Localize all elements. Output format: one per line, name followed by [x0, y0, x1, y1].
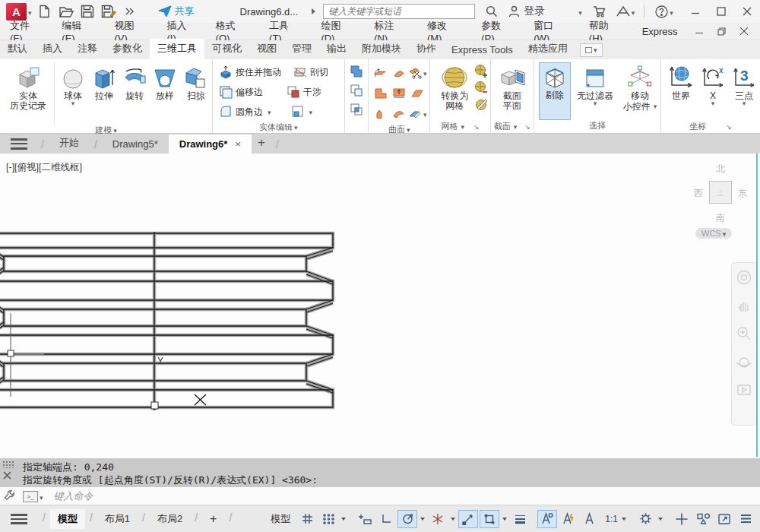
loft-button[interactable]: 放样 — [150, 62, 180, 125]
mesh-smooth-less-icon[interactable] — [474, 81, 489, 94]
surface-plane-icon[interactable] — [410, 88, 424, 99]
open-file-icon[interactable] — [58, 3, 74, 20]
panel-label-coordinates[interactable]: 坐标 — [661, 120, 760, 133]
tab-express-tools[interactable]: Express Tools — [444, 41, 521, 59]
viewcube-top-face[interactable]: 上 — [709, 181, 732, 204]
help-caret-icon[interactable] — [668, 6, 673, 17]
maximize-button[interactable] — [708, 0, 734, 23]
nav-orbit-icon[interactable] — [736, 354, 752, 371]
app-menu-caret-icon[interactable] — [27, 6, 32, 17]
close-button[interactable] — [734, 0, 760, 23]
convert-to-mesh-button[interactable]: 转换为 网格 — [435, 62, 474, 120]
login-button[interactable]: 登录 — [508, 5, 545, 18]
new-layout-button[interactable]: + — [202, 509, 224, 529]
viewcube-east[interactable]: 东 — [738, 187, 747, 200]
command-customize-icon[interactable] — [4, 489, 15, 503]
surface-fillet-icon[interactable] — [374, 87, 388, 100]
world-ucs-button[interactable]: 世界 — [664, 62, 698, 120]
login-caret-icon[interactable] — [577, 6, 582, 17]
tab-manage[interactable]: 管理 — [284, 39, 319, 59]
crosshair-clean-screen-icon[interactable] — [672, 510, 692, 528]
model-tab[interactable]: 模型 — [50, 509, 85, 529]
command-recent-caret-icon[interactable] — [38, 491, 43, 502]
isolate-objects-icon[interactable] — [693, 510, 713, 528]
command-drag-handle-icon[interactable] — [2, 461, 14, 468]
osnap-toggle-icon[interactable] — [480, 510, 499, 528]
ucs-x-caret-icon[interactable] — [711, 101, 715, 106]
doc-close-button[interactable] — [733, 24, 755, 39]
tab-view[interactable]: 视图 — [249, 39, 284, 59]
tab-output[interactable]: 输出 — [319, 39, 354, 59]
save-as-icon[interactable] — [100, 3, 117, 20]
revolve-button[interactable]: 旋转 — [119, 62, 150, 125]
sphere-button[interactable]: 球体 — [57, 62, 89, 125]
viewcube-north[interactable]: 北 — [716, 163, 725, 176]
file-tabs-menu-icon[interactable] — [11, 138, 27, 150]
doc-restore-button[interactable] — [710, 24, 733, 39]
nav-showmotion-icon[interactable] — [736, 383, 752, 397]
hardware-acceleration-icon[interactable] — [714, 510, 734, 528]
viewport-minimize-control[interactable]: [-] — [6, 162, 14, 173]
isodraft-icon[interactable] — [428, 510, 448, 528]
ortho-toggle-icon[interactable] — [376, 510, 396, 528]
doc-minimize-button[interactable] — [688, 24, 711, 39]
fillet-edge-label[interactable]: 圆角边 — [236, 106, 263, 119]
mesh-dialog-launcher-icon[interactable] — [473, 121, 480, 133]
fillet-edge-caret-icon[interactable] — [266, 106, 271, 117]
surface-erase-button[interactable] — [408, 108, 427, 119]
ucs-x-button[interactable]: x X — [699, 62, 727, 120]
no-filter-caret-icon[interactable] — [594, 101, 597, 106]
annotation-autoscale-icon[interactable] — [559, 510, 578, 528]
lineweight-toggle-icon[interactable] — [510, 510, 530, 528]
offset-edge-label[interactable]: 偏移边 — [236, 86, 263, 99]
extrude-button[interactable]: 拉伸 — [89, 62, 119, 125]
model-space-toggle[interactable]: 模型 — [264, 510, 296, 528]
osnap-tracking-icon[interactable] — [458, 510, 478, 528]
section-dialog-launcher-icon[interactable] — [524, 121, 530, 133]
polar-tracking-icon[interactable] — [397, 510, 417, 528]
command-prompt-icon[interactable]: >_ — [23, 491, 38, 502]
tab-featured-apps[interactable]: 精选应用 — [521, 39, 575, 59]
minimize-button[interactable] — [682, 0, 708, 23]
taper-face-caret-icon[interactable] — [308, 106, 313, 117]
menu-express[interactable]: Express — [632, 26, 688, 37]
start-tab[interactable]: 开始 — [49, 132, 90, 154]
save-icon[interactable] — [79, 3, 96, 20]
snap-caret-icon[interactable] — [341, 518, 346, 521]
mesh-smooth-more-icon[interactable] — [474, 64, 489, 78]
tab-home[interactable]: 默认 — [0, 39, 35, 59]
viewport-style-control[interactable]: [二维线框] — [39, 162, 82, 173]
move-gizmo-button[interactable]: 移动 小控件 — [619, 62, 660, 120]
tab-parametric[interactable]: 参数化 — [105, 39, 150, 59]
more-commands-icon[interactable] — [122, 3, 138, 20]
grip-point-base[interactable] — [151, 402, 158, 409]
culling-button[interactable]: 剔除 — [539, 62, 571, 120]
workspace-gear-icon[interactable] — [635, 510, 655, 528]
polar-caret-icon[interactable] — [420, 518, 425, 521]
layout1-tab[interactable]: 布局1 — [97, 509, 138, 529]
annotation-visibility-icon[interactable] — [537, 510, 557, 528]
help-icon[interactable] — [655, 5, 668, 18]
coords-dialog-launcher-icon[interactable] — [726, 121, 732, 133]
grid-toggle-icon[interactable] — [297, 510, 317, 528]
sweep-button[interactable]: 扫掠 — [180, 62, 212, 125]
dynamic-input-icon[interactable] — [355, 510, 375, 528]
sphere-caret-icon[interactable] — [71, 101, 75, 106]
isodraft-caret-icon[interactable] — [451, 518, 455, 521]
viewport-view-control[interactable]: [俯视] — [14, 162, 39, 173]
section-plane-button[interactable]: 截面 平面 — [491, 62, 534, 120]
drawing-geometry[interactable]: Y — [0, 230, 350, 420]
drawing6-tab-close-icon[interactable]: × — [235, 138, 241, 150]
new-file-icon[interactable] — [36, 3, 53, 20]
move-gizmo-caret-icon[interactable] — [652, 101, 657, 112]
surface-extend-button[interactable] — [391, 87, 407, 100]
nav-wheel-icon[interactable] — [736, 269, 752, 286]
surface-sculpt-icon[interactable] — [375, 108, 387, 120]
mesh-refine-icon[interactable] — [474, 97, 489, 111]
intersect-icon[interactable] — [349, 102, 364, 117]
ucs-3point-button[interactable]: 3 三点 — [728, 62, 760, 120]
slice-label[interactable]: 剖切 — [310, 66, 328, 79]
search-input[interactable] — [323, 4, 475, 19]
panel-label-mesh[interactable]: 网格 — [430, 120, 489, 133]
union-icon[interactable] — [349, 64, 364, 79]
